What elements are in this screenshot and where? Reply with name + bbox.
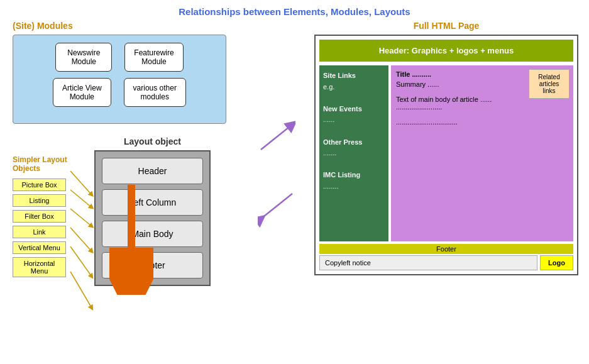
html-footer-label: Footer: [319, 244, 573, 254]
layout-section: Simpler LayoutObjects Picture Box Listin…: [13, 136, 239, 330]
simple-to-layout-arrows: [69, 160, 94, 330]
html-body: Site Links e.g. New Events ...... Other …: [319, 65, 573, 241]
layout-object-wrapper: Layout object Header Left Co: [94, 136, 211, 286]
simpler-layout-col: Simpler LayoutObjects Picture Box Listin…: [13, 155, 69, 280]
page-title: Relationships between Elements, Modules,…: [0, 0, 589, 21]
svg-line-3: [70, 228, 92, 251]
html-page-header: Header: Graphics + logos + menus: [319, 40, 573, 62]
svg-line-4: [70, 246, 92, 277]
simpler-label: Simpler LayoutObjects: [13, 155, 69, 174]
related-articles-box: Relatedarticleslinks: [529, 69, 570, 99]
svg-line-5: [70, 272, 92, 308]
svg-line-7: [261, 124, 292, 150]
purple-arrows-svg: [258, 112, 295, 238]
imc-listing-dots: ........: [323, 181, 385, 192]
right-side: Full HTML Page Header: Graphics + logos …: [314, 21, 578, 275]
article-view-module: Article ViewModule: [53, 78, 111, 107]
layout-header: Header: [102, 158, 203, 184]
logo-box: Logo: [540, 255, 573, 270]
modules-row-1: NewswireModule FeaturewireModule: [23, 43, 216, 72]
layout-main-body: Main Body: [102, 221, 203, 247]
vertical-menu-box: Vertical Menu: [13, 241, 66, 254]
layout-box: Header Left Column Main Body Footer: [94, 150, 211, 286]
svg-line-0: [70, 171, 92, 195]
site-links-eg: e.g.: [323, 82, 385, 93]
new-events-dots: ......: [323, 114, 385, 126]
imc-listing-label: IMC Listing: [323, 170, 385, 181]
svg-line-1: [70, 190, 92, 207]
featurewire-module: FeaturewireModule: [124, 43, 183, 72]
article-dots1: ........................: [396, 103, 568, 111]
modules-box: NewswireModule FeaturewireModule Article…: [13, 35, 226, 124]
purple-arrows-wrapper: [258, 112, 295, 238]
picture-box: Picture Box: [13, 179, 66, 191]
related-articles-label: Relatedarticleslinks: [532, 74, 566, 94]
newswire-module: NewswireModule: [55, 43, 112, 72]
article-dots2: ................................: [396, 118, 568, 126]
html-page-box: Header: Graphics + logos + menus Site Li…: [314, 35, 578, 275]
other-press-dots: .......: [323, 148, 385, 159]
html-main-column: Title .......... Summary ...... Text of …: [391, 65, 573, 241]
link-box: Link: [13, 226, 66, 238]
various-modules: various othermodules: [124, 78, 186, 107]
copyleft-notice: Copyleft notice: [319, 255, 537, 270]
listing-box: Listing: [13, 194, 66, 207]
html-left-column: Site Links e.g. New Events ...... Other …: [319, 65, 388, 241]
horizontal-menu-box: HorizontalMenu: [13, 257, 66, 277]
other-press-label: Other Press: [323, 137, 385, 148]
modules-row-2: Article ViewModule various othermodules: [23, 78, 216, 107]
content-area: (Site) Modules NewswireModule Featurewir…: [0, 21, 589, 330]
svg-line-2: [70, 209, 92, 226]
layout-object-label: Layout object: [94, 136, 211, 146]
html-footer-inner: Copyleft notice Logo: [319, 255, 573, 270]
layout-footer: Footer: [102, 252, 203, 279]
page-wrapper: Relationships between Elements, Modules,…: [0, 0, 589, 330]
left-side: (Site) Modules NewswireModule Featurewir…: [13, 21, 239, 330]
svg-line-8: [261, 194, 292, 219]
site-links-label: Site Links: [323, 70, 385, 82]
new-events-label: New Events: [323, 104, 385, 115]
layout-left-column: Left Column: [102, 189, 203, 216]
filter-box: Filter Box: [13, 210, 66, 223]
html-page-label: Full HTML Page: [314, 21, 578, 31]
site-modules-label: (Site) Modules: [13, 21, 239, 31]
html-footer-row: Footer Copyleft notice Logo: [319, 244, 573, 270]
